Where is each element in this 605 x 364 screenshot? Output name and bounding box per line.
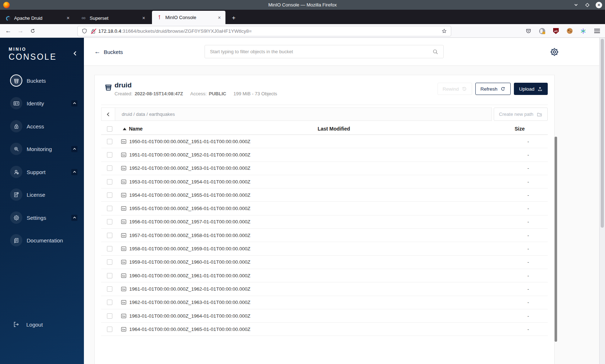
asterisk-extension-icon[interactable] (580, 28, 586, 34)
row-checkbox[interactable] (107, 286, 112, 292)
console-settings-gear-icon[interactable] (550, 47, 559, 57)
row-checkbox[interactable] (107, 300, 112, 305)
sidebar-item-buckets[interactable]: Buckets (0, 72, 84, 90)
sidebar-collapse-icon[interactable] (72, 51, 78, 56)
table-row[interactable]: 1953-01-01T00:00:00.000Z_1954-01-01T00:0… (101, 175, 548, 188)
row-checkbox[interactable] (107, 233, 112, 238)
tab-close-icon[interactable]: × (65, 15, 71, 21)
table-row[interactable]: 1951-01-01T00:00:00.000Z_1952-01-01T00:0… (101, 148, 548, 161)
tab-close-icon[interactable]: × (140, 15, 147, 21)
row-checkbox[interactable] (107, 192, 112, 198)
object-name[interactable]: 1961-01-01T00:00:00.000Z_1962-01-01T00:0… (129, 286, 250, 292)
breadcrumb[interactable]: druid / data / earthquakes (122, 112, 175, 117)
sidebar-item-monitoring[interactable]: Monitoring (0, 140, 84, 158)
object-name[interactable]: 1964-01-01T00:00:00.000Z_1965-01-01T00:0… (129, 327, 250, 332)
object-name[interactable]: 1953-01-01T00:00:00.000Z_1954-01-01T00:0… (129, 179, 250, 185)
column-header-last-modified[interactable]: Last Modified (247, 126, 420, 132)
tab-superset[interactable]: ∞ Superset × (76, 12, 150, 24)
row-checkbox[interactable] (107, 152, 112, 158)
shield-icon[interactable] (81, 28, 88, 34)
url-bar[interactable]: 172.18.0.4:31664/buckets/druid/browse/ZG… (77, 26, 451, 36)
object-name[interactable]: 1958-01-01T00:00:00.000Z_1959-01-01T00:0… (129, 246, 250, 251)
forward-button[interactable]: → (15, 26, 26, 36)
bookmark-star-icon[interactable] (441, 28, 447, 34)
object-name[interactable]: 1954-01-01T00:00:00.000Z_1955-01-01T00:0… (129, 192, 250, 198)
sidebar-item-license[interactable]: License (0, 186, 84, 204)
search-input[interactable] (205, 49, 432, 54)
window-close-icon[interactable]: × (596, 2, 602, 8)
row-checkbox[interactable] (107, 179, 112, 185)
table-row[interactable]: 1965-01-01T00:00:00.000Z_1966-01-01T00:0… (101, 336, 548, 340)
row-checkbox[interactable] (107, 313, 112, 319)
main-panel: ← Buckets druid (84, 38, 605, 364)
path-back-chevron[interactable] (102, 108, 115, 120)
window-minimize-icon[interactable] (573, 2, 579, 8)
object-name[interactable]: 1956-01-01T00:00:00.000Z_1957-01-01T00:0… (129, 219, 250, 224)
page-scrollbar-thumb[interactable] (601, 39, 604, 228)
sidebar-item-support[interactable]: Support (0, 163, 84, 181)
insecure-lock-icon[interactable] (90, 28, 96, 34)
tab-apache-druid[interactable]: Apache Druid × (1, 12, 74, 24)
sidebar-item-settings[interactable]: Settings (0, 209, 84, 227)
object-name[interactable]: 1962-01-01T00:00:00.000Z_1963-01-01T00:0… (129, 300, 250, 305)
back-button[interactable]: ← (3, 26, 14, 36)
column-header-name[interactable]: Name (118, 126, 247, 132)
cookie-extension-icon[interactable] (566, 28, 573, 34)
table-row[interactable]: 1964-01-01T00:00:00.000Z_1965-01-01T00:0… (101, 323, 548, 336)
chevron-up-icon[interactable] (71, 146, 77, 152)
table-row[interactable]: 1950-01-01T00:00:00.000Z_1951-01-01T00:0… (101, 135, 548, 148)
sidebar-item-access[interactable]: Access (0, 117, 84, 135)
chevron-up-icon[interactable] (71, 100, 77, 106)
reload-button[interactable] (27, 26, 38, 36)
row-checkbox[interactable] (107, 165, 112, 171)
object-name[interactable]: 1959-01-01T00:00:00.000Z_1960-01-01T00:0… (129, 259, 250, 265)
menu-hamburger-icon[interactable] (594, 28, 600, 34)
select-all-checkbox[interactable] (107, 126, 112, 132)
row-checkbox[interactable] (107, 139, 112, 144)
create-new-path-button[interactable]: Create new path (494, 108, 548, 121)
table-scrollbar-thumb[interactable] (555, 137, 557, 342)
pocket-icon[interactable] (525, 28, 532, 34)
column-header-size[interactable]: Size (420, 126, 548, 132)
table-row[interactable]: 1956-01-01T00:00:00.000Z_1957-01-01T00:0… (101, 215, 548, 229)
table-row[interactable]: 1961-01-01T00:00:00.000Z_1962-01-01T00:0… (101, 282, 548, 296)
object-name[interactable]: 1963-01-01T00:00:00.000Z_1964-01-01T00:0… (129, 313, 250, 319)
row-checkbox[interactable] (107, 327, 112, 332)
ublock-origin-icon[interactable]: uO (553, 28, 559, 34)
page-scrollbar[interactable] (599, 38, 605, 364)
table-row[interactable]: 1960-01-01T00:00:00.000Z_1961-01-01T00:0… (101, 269, 548, 282)
extension-icon[interactable] (539, 28, 545, 34)
tab-minio-console[interactable]: MinIO Console × (152, 11, 225, 24)
row-checkbox[interactable] (107, 273, 112, 278)
sidebar-item-documentation[interactable]: Documentation (0, 231, 84, 249)
object-name[interactable]: 1950-01-01T00:00:00.000Z_1951-01-01T00:0… (129, 139, 250, 144)
upload-button[interactable]: Upload (514, 83, 548, 95)
window-maximize-icon[interactable] (584, 2, 591, 8)
row-checkbox[interactable] (107, 259, 112, 265)
object-name[interactable]: 1952-01-01T00:00:00.000Z_1953-01-01T00:0… (129, 165, 250, 171)
row-checkbox[interactable] (107, 219, 112, 224)
row-checkbox[interactable] (107, 246, 112, 251)
rewind-button[interactable]: Rewind (438, 83, 472, 95)
table-row[interactable]: 1955-01-01T00:00:00.000Z_1956-01-01T00:0… (101, 202, 548, 215)
table-row[interactable]: 1958-01-01T00:00:00.000Z_1959-01-01T00:0… (101, 242, 548, 255)
table-row[interactable]: 1959-01-01T00:00:00.000Z_1960-01-01T00:0… (101, 256, 548, 269)
object-name[interactable]: 1955-01-01T00:00:00.000Z_1956-01-01T00:0… (129, 206, 250, 211)
row-checkbox[interactable] (107, 206, 112, 211)
chevron-up-icon[interactable] (71, 215, 77, 221)
table-row[interactable]: 1952-01-01T00:00:00.000Z_1953-01-01T00:0… (101, 162, 548, 175)
object-name[interactable]: 1960-01-01T00:00:00.000Z_1961-01-01T00:0… (129, 273, 250, 278)
new-tab-button[interactable]: + (229, 13, 238, 23)
object-name[interactable]: 1951-01-01T00:00:00.000Z_1952-01-01T00:0… (129, 152, 250, 158)
object-name[interactable]: 1957-01-01T00:00:00.000Z_1958-01-01T00:0… (129, 233, 250, 238)
sidebar-item-identity[interactable]: Identity (0, 94, 84, 112)
sidebar-item-logout[interactable]: Logout (0, 317, 84, 332)
refresh-button[interactable]: Refresh (475, 83, 511, 95)
tab-close-icon[interactable]: × (216, 14, 223, 21)
table-row[interactable]: 1962-01-01T00:00:00.000Z_1963-01-01T00:0… (101, 296, 548, 309)
table-row[interactable]: 1957-01-01T00:00:00.000Z_1958-01-01T00:0… (101, 229, 548, 242)
chevron-up-icon[interactable] (71, 169, 77, 175)
table-row[interactable]: 1963-01-01T00:00:00.000Z_1964-01-01T00:0… (101, 309, 548, 323)
back-to-buckets-link[interactable]: ← Buckets (94, 48, 123, 55)
table-row[interactable]: 1954-01-01T00:00:00.000Z_1955-01-01T00:0… (101, 188, 548, 202)
